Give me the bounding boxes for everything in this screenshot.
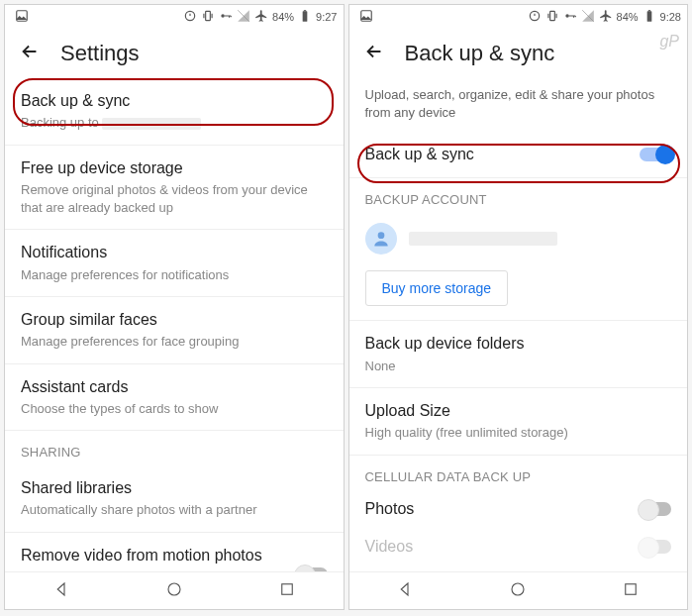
section-sharing: SHARING <box>5 431 344 465</box>
watermark: gP <box>659 33 679 51</box>
clock-time: 9:27 <box>316 11 337 23</box>
no-signal-icon <box>581 9 595 25</box>
item-primary: Shared libraries <box>21 477 328 499</box>
refresh-icon <box>183 9 197 25</box>
avatar <box>365 223 397 255</box>
item-secondary: Remove original photos & videos from you… <box>21 181 328 217</box>
item-assistant-cards[interactable]: Assistant cards Choose the types of card… <box>5 364 344 432</box>
svg-rect-4 <box>303 11 308 21</box>
item-group-faces[interactable]: Group similar faces Manage preferences f… <box>5 297 344 364</box>
battery-pct: 84% <box>617 11 639 23</box>
item-notifications[interactable]: Notifications Manage preferences for not… <box>5 230 344 297</box>
photos-switch[interactable] <box>640 502 671 516</box>
item-secondary: Automatically share photos with a partne… <box>21 501 328 519</box>
nav-home-icon[interactable] <box>165 580 183 602</box>
item-primary: Remove video from motion photos <box>21 545 286 566</box>
svg-rect-13 <box>647 10 649 11</box>
key-icon <box>219 9 233 25</box>
item-primary: Back up device folders <box>365 333 672 355</box>
item-primary: Notifications <box>21 242 328 263</box>
motion-toggle[interactable] <box>296 567 328 571</box>
item-shared-libraries[interactable]: Shared libraries Automatically share pho… <box>5 465 344 533</box>
svg-rect-2 <box>206 11 211 20</box>
videos-switch <box>640 540 671 554</box>
vibrate-icon <box>545 9 559 25</box>
app-bar: Back up & sync <box>349 29 688 78</box>
account-row[interactable] <box>349 213 688 262</box>
item-primary: Free up device storage <box>21 157 328 179</box>
svg-point-15 <box>512 583 524 595</box>
item-primary: Upload Size <box>365 400 672 422</box>
item-backup-sync[interactable]: Back up & sync Backing up to <box>5 78 344 146</box>
nav-bar <box>5 571 344 609</box>
settings-list: Back up & sync Backing up to Free up dev… <box>5 78 344 571</box>
page-title: Settings <box>60 41 140 66</box>
nav-home-icon[interactable] <box>509 580 527 602</box>
item-primary: Assistant cards <box>21 376 328 398</box>
battery-icon <box>643 9 656 25</box>
image-icon <box>359 9 373 25</box>
item-secondary: None <box>365 358 672 375</box>
status-bar: 84% 9:28 <box>349 5 688 29</box>
svg-rect-5 <box>304 10 306 11</box>
battery-icon <box>298 9 312 25</box>
nav-bar <box>349 571 688 609</box>
refresh-icon <box>528 9 542 25</box>
photos-toggle-row[interactable]: Photos <box>349 490 688 528</box>
photos-label: Photos <box>365 500 415 518</box>
clock-time: 9:28 <box>660 11 681 23</box>
item-primary: Back up & sync <box>21 90 328 112</box>
phone-right: 84% 9:28 gP Back up & sync Upload, searc… <box>348 4 689 610</box>
nav-back-icon[interactable] <box>52 580 70 602</box>
no-signal-icon <box>237 9 250 25</box>
page-description: Upload, search, organize, edit & share y… <box>349 78 688 132</box>
item-primary: Group similar faces <box>21 309 328 331</box>
videos-label: Videos <box>365 538 414 556</box>
nav-recent-icon[interactable] <box>622 580 640 602</box>
backup-sync-switch[interactable] <box>640 148 671 161</box>
back-arrow-icon[interactable] <box>363 41 385 66</box>
svg-rect-10 <box>549 11 554 20</box>
nav-back-icon[interactable] <box>396 580 414 602</box>
item-device-folders[interactable]: Back up device folders None <box>349 321 688 388</box>
section-backup-account: BACKUP ACCOUNT <box>349 178 688 213</box>
buy-storage-button[interactable]: Buy more storage <box>365 270 509 306</box>
account-blur <box>102 118 201 130</box>
item-secondary: Manage preferences for notifications <box>21 266 328 284</box>
svg-point-3 <box>221 14 225 18</box>
account-blur <box>409 232 557 246</box>
item-motion-photos[interactable]: Remove video from motion photos Share on… <box>5 533 344 571</box>
back-arrow-icon[interactable] <box>19 41 41 66</box>
item-free-storage[interactable]: Free up device storage Remove original p… <box>5 146 344 231</box>
phone-left: 84% 9:27 Settings Back up & sync Backing… <box>4 4 345 610</box>
item-secondary: Manage preferences for face grouping <box>21 333 328 351</box>
vibrate-icon <box>201 9 215 25</box>
svg-rect-12 <box>646 11 651 21</box>
battery-pct: 84% <box>272 11 294 23</box>
svg-point-11 <box>565 14 569 18</box>
item-secondary: Backing up to <box>21 114 328 132</box>
svg-rect-16 <box>626 583 637 594</box>
app-bar: Settings <box>5 29 344 78</box>
svg-rect-7 <box>281 583 292 594</box>
toggle-label: Back up & sync <box>365 146 474 163</box>
svg-point-14 <box>377 233 384 240</box>
item-secondary: High quality (free unlimited storage) <box>365 424 672 442</box>
airplane-icon <box>254 9 268 25</box>
key-icon <box>563 9 577 25</box>
image-icon <box>15 9 29 25</box>
nav-recent-icon[interactable] <box>278 580 296 602</box>
section-cellular: CELLULAR DATA BACK UP <box>349 456 688 490</box>
airplane-icon <box>599 9 613 25</box>
videos-toggle-row: Videos <box>349 528 688 565</box>
svg-point-6 <box>168 583 180 595</box>
item-upload-size[interactable]: Upload Size High quality (free unlimited… <box>349 388 688 456</box>
status-bar: 84% 9:27 <box>5 5 344 29</box>
item-secondary: Choose the types of cards to show <box>21 400 328 418</box>
backup-sync-toggle-row[interactable]: Back up & sync <box>349 132 688 178</box>
page-title: Back up & sync <box>405 41 555 66</box>
